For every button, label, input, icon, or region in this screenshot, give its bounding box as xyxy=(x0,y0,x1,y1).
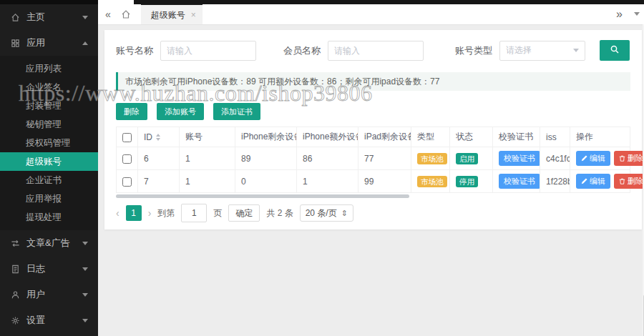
apps-icon xyxy=(10,38,20,48)
status-badge: 启用 xyxy=(456,153,478,164)
sidebar-subitem-app-list[interactable]: 应用列表 xyxy=(0,59,98,78)
confirm-page-button[interactable]: 确定 xyxy=(228,204,260,222)
collapse-sidebar-icon[interactable]: « xyxy=(105,9,111,20)
main-area: « 超级账号 × » 账号名称 xyxy=(98,0,644,336)
accounts-table: ID 账号 iPhone剩余设备 iPhone额外设备 iPad剩余设备 类型 … xyxy=(116,127,630,193)
sidebar-item-label: 日志 xyxy=(26,262,45,275)
search-icon xyxy=(610,44,620,56)
cell-id: 7 xyxy=(138,170,180,193)
account-name-input[interactable] xyxy=(160,41,256,61)
col-account: 账号 xyxy=(180,127,235,147)
sidebar-item-label: 文章&广告 xyxy=(26,237,70,249)
field-label: 会员名称 xyxy=(283,44,321,57)
updown-arrows-icon: ⇕ xyxy=(341,209,348,218)
col-type: 类型 xyxy=(411,127,450,147)
search-form: 账号名称 会员名称 账号类型 请选择 xyxy=(116,40,630,61)
table-header-row: ID 账号 iPhone剩余设备 iPhone额外设备 iPad剩余设备 类型 … xyxy=(117,127,630,147)
trash-icon xyxy=(619,178,625,184)
next-page-icon[interactable]: › xyxy=(148,207,152,219)
sidebar-item-label: 应用 xyxy=(26,36,45,49)
close-icon[interactable]: × xyxy=(191,6,196,24)
tab-label: 超级账号 xyxy=(151,6,185,24)
sidebar-item-label: 主页 xyxy=(26,11,45,24)
log-icon xyxy=(10,264,20,274)
col-actions: 操作 xyxy=(570,127,630,147)
cell-id: 6 xyxy=(138,147,180,170)
col-iss: iss xyxy=(540,127,570,147)
device-quota-notice: 市场池剩余可用iPhone设备数：89 可用额外设备数：86；剩余可用ipad设… xyxy=(116,72,630,91)
chevron-down-icon xyxy=(573,49,579,52)
per-page-value: 20 条/页 xyxy=(306,207,337,219)
field-label: 账号名称 xyxy=(116,44,153,57)
sidebar-subitem-super-account[interactable]: 超级账号 xyxy=(0,152,98,171)
field-member-name: 会员名称 xyxy=(283,41,424,61)
per-page-select[interactable]: 20 条/页 ⇕ xyxy=(300,204,353,222)
col-iphone-extra: iPhone额外设备 xyxy=(297,127,358,147)
sidebar-item-users[interactable]: 用户 xyxy=(0,282,98,307)
table-row: 6 1 89 86 77 市场池 启用 校验证书 c4c1fc 编辑 删除 xyxy=(117,147,630,170)
cell-iphone-remaining: 89 xyxy=(235,147,297,170)
row-checkbox[interactable] xyxy=(122,177,132,187)
account-type-select[interactable]: 请选择 xyxy=(499,41,585,61)
add-cert-button[interactable]: 添加证书 xyxy=(213,103,260,120)
search-button[interactable] xyxy=(600,40,630,61)
pagination: ‹ 1 › 到第 页 确定 共 2 条 20 条/页 ⇕ xyxy=(116,204,630,222)
sidebar-subitem-withdraw-handle[interactable]: 提现处理 xyxy=(0,208,98,227)
goto-page-input[interactable] xyxy=(181,204,207,222)
sidebar-subitem-app-report[interactable]: 应用举报 xyxy=(0,189,98,208)
horizontal-scrollbar-thumb[interactable] xyxy=(116,194,409,198)
field-account-name: 账号名称 xyxy=(116,41,256,61)
col-verify-cert: 校验证书 xyxy=(493,127,540,147)
page-unit-label: 页 xyxy=(213,207,222,219)
user-icon xyxy=(10,290,20,300)
sidebar-subitem-secret-key-mgmt[interactable]: 秘钥管理 xyxy=(0,115,98,134)
sidebar-item-home[interactable]: 主页 xyxy=(0,4,98,30)
sidebar-item-label: 用户 xyxy=(26,288,45,301)
sidebar-item-settings[interactable]: 设置 xyxy=(0,307,98,333)
sidebar-item-apps[interactable]: 应用 xyxy=(0,30,98,56)
goto-label: 到第 xyxy=(157,207,175,219)
select-all-checkbox[interactable] xyxy=(122,133,132,142)
verify-cert-button[interactable]: 校验证书 xyxy=(499,151,540,166)
home-tab-icon[interactable] xyxy=(121,9,131,19)
apps-submenu: 应用列表 企业签名 封装管理 秘钥管理 授权码管理 超级账号 企业证书 应用举报… xyxy=(0,56,98,230)
cell-iphone-remaining: 0 xyxy=(235,170,297,193)
row-delete-button[interactable]: 删除 xyxy=(614,174,644,189)
type-badge: 市场池 xyxy=(417,153,447,164)
tab-menu-caret-icon[interactable] xyxy=(634,12,640,16)
add-account-button[interactable]: 添加账号 xyxy=(157,103,204,120)
table-toolbar: 删除 添加账号 添加证书 xyxy=(116,103,630,120)
sidebar-item-logs[interactable]: 日志 xyxy=(0,256,98,282)
page-number-current[interactable]: 1 xyxy=(126,205,142,221)
tab-super-account[interactable]: 超级账号 × xyxy=(141,4,203,24)
prev-page-icon[interactable]: ‹ xyxy=(116,207,119,219)
cell-account: 1 xyxy=(180,147,235,170)
sort-icon[interactable] xyxy=(156,134,160,141)
edit-button[interactable]: 编辑 xyxy=(576,151,610,166)
page-content: 账号名称 会员名称 账号类型 请选择 xyxy=(98,25,644,336)
sidebar-subitem-package-mgmt[interactable]: 封装管理 xyxy=(0,97,98,115)
sidebar-subitem-enterprise-cert[interactable]: 企业证书 xyxy=(0,171,98,189)
verify-cert-button[interactable]: 校验证书 xyxy=(499,174,540,189)
member-name-input[interactable] xyxy=(328,41,424,61)
row-delete-button[interactable]: 删除 xyxy=(614,151,644,166)
col-ipad-remaining: iPad剩余设备 xyxy=(358,127,411,147)
sidebar-item-articles-ads[interactable]: 文章&广告 xyxy=(0,230,98,256)
status-badge: 停用 xyxy=(456,176,478,187)
cell-account: 1 xyxy=(180,170,235,193)
caret-down-icon xyxy=(82,319,88,322)
caret-down-icon xyxy=(82,16,88,19)
edit-button[interactable]: 编辑 xyxy=(576,174,610,189)
caret-down-icon xyxy=(82,267,88,271)
select-placeholder: 请选择 xyxy=(506,44,532,56)
field-label: 账号类型 xyxy=(455,44,492,57)
col-id[interactable]: ID xyxy=(138,127,180,147)
sidebar-subitem-auth-code-mgmt[interactable]: 授权码管理 xyxy=(0,134,98,152)
delete-button[interactable]: 删除 xyxy=(116,103,147,120)
table-row: 7 1 0 1 99 市场池 停用 校验证书 1f228b 编辑 删除 xyxy=(117,170,630,193)
row-checkbox[interactable] xyxy=(122,154,132,164)
total-count-label: 共 2 条 xyxy=(266,207,293,219)
more-tabs-icon[interactable]: » xyxy=(616,8,623,21)
sidebar-subitem-enterprise-sign[interactable]: 企业签名 xyxy=(0,78,98,97)
trash-icon xyxy=(619,155,625,162)
